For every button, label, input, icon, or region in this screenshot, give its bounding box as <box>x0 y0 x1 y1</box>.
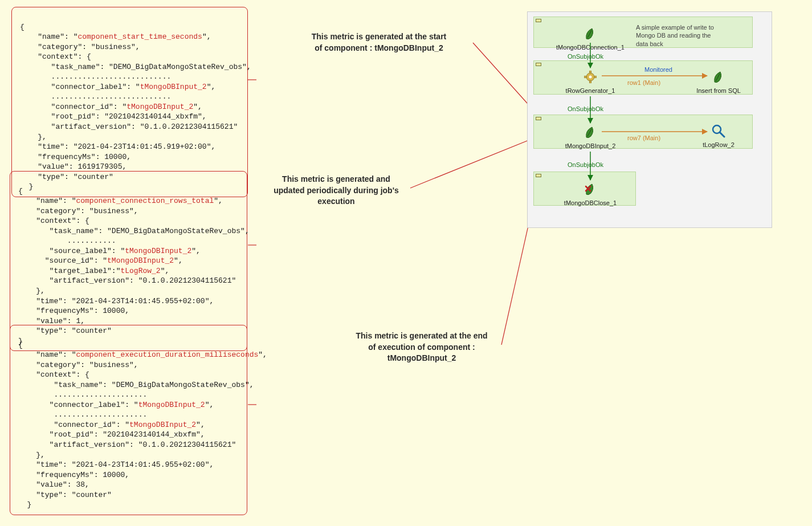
annotation-line: tMongoDBInput_2 <box>387 353 456 362</box>
json-text: "time": "2021-04-23T14:01:45.955+02:00", <box>36 297 214 305</box>
note-line: A simple example of write to <box>636 24 714 31</box>
json-text: "connector_id": " <box>36 421 129 429</box>
json-text: "time": "2021-04-23T14:01:45.919+02:00", <box>38 142 215 151</box>
json-text: ........................... <box>38 72 171 81</box>
job-note: A simple example of write to Mongo DB an… <box>636 23 738 48</box>
json-text: ", <box>205 401 214 409</box>
annotation-line: This metric is generated at the end <box>356 331 487 340</box>
json-text: "value": 1, <box>36 317 85 325</box>
component-mongodbconnection[interactable]: tMongoDBConnection_1 <box>556 25 625 51</box>
target-label-value: tLogRow_2 <box>120 267 160 275</box>
gear-icon <box>584 71 597 83</box>
collapse-handle-icon[interactable] <box>536 174 541 177</box>
json-text: "category": "business", <box>38 43 140 51</box>
json-text: ", <box>196 421 205 429</box>
note-line: Mongo DB and reading the <box>636 32 711 39</box>
json-text: "name": " <box>38 32 77 41</box>
component-label: tRowGenerator_1 <box>566 87 615 94</box>
json-text: ..................... <box>36 410 147 419</box>
annotation-line: of component : tMongoDBInput_2 <box>315 43 443 52</box>
json-text: "context": { <box>38 52 91 61</box>
collapse-handle-icon[interactable] <box>536 19 541 22</box>
json-text: ", <box>207 83 216 91</box>
onsubjobok-label: OnSubjobOk <box>568 105 603 112</box>
json-text: "name": " <box>36 197 76 205</box>
metric-box-rows-total: { "name": "component_connection_rows_tot… <box>10 171 247 351</box>
json-text: "category": "business", <box>36 207 138 215</box>
json-text: "value": 1619179305, <box>38 162 127 171</box>
component-mongodbinput[interactable]: tMongoDBInput_2 <box>556 123 625 149</box>
json-text: "task_name": "DEMO_BigDataMongoStateRev_… <box>36 227 249 235</box>
metric-box-start-time: { "name": "component_start_time_seconds"… <box>11 7 248 197</box>
job-canvas: A simple example of write to Mongo DB an… <box>527 11 772 228</box>
flow-monitored-label: Monitored <box>644 66 672 73</box>
annotation-line: This metric is generated at the start <box>312 32 447 41</box>
connector-label-value: tMongoDBInput_2 <box>140 83 207 91</box>
metric-name-value: component_connection_rows_total <box>76 197 214 205</box>
component-logrow[interactable]: tLogRow_2 <box>684 122 753 148</box>
json-text: ........................... <box>38 92 171 101</box>
magnifier-icon <box>711 124 726 138</box>
json-text: ", <box>202 32 211 41</box>
json-text: ", <box>258 350 267 359</box>
json-text: "task_name": "DEMO_BigDataMongoStateRev_… <box>38 63 251 71</box>
note-line: data back <box>636 40 663 47</box>
json-text: "source_id": " <box>36 256 107 265</box>
component-insert-from-sql[interactable]: Insert from SQL <box>684 68 753 94</box>
component-label: tMongoDBInput_2 <box>565 142 616 149</box>
onsubjobok-label: OnSubjobOk <box>568 53 603 60</box>
annotation-line: updated periodically during job's <box>274 186 399 195</box>
json-text: ", <box>193 103 202 111</box>
annotation-line: This metric is generated and <box>282 174 390 184</box>
connector-id-value: tMongoDBInput_2 <box>129 421 196 429</box>
metric-name-value: component_execution_duration_millisecond… <box>76 350 258 359</box>
json-text: ", <box>191 247 201 255</box>
brace: { <box>18 341 23 349</box>
json-text: "context": { <box>36 217 89 225</box>
json-text: "time": "2021-04-23T14:01:45.955+02:00", <box>36 460 214 469</box>
json-text: }, <box>36 287 45 295</box>
annotation-periodic: This metric is generated and updated per… <box>259 174 413 207</box>
source-label-value: tMongoDBInput_2 <box>125 247 191 255</box>
component-mongodbclose[interactable]: tMongoDBClose_1 <box>556 180 625 206</box>
connector-label-value: tMongoDBInput_2 <box>138 401 205 409</box>
component-label: tMongoDBConnection_1 <box>556 44 625 51</box>
collapse-handle-icon[interactable] <box>536 63 541 66</box>
collapse-handle-icon[interactable] <box>536 117 541 120</box>
component-label: Insert from SQL <box>696 87 741 94</box>
brace: } <box>27 500 32 509</box>
json-text: ", <box>161 267 170 275</box>
source-id-value: tMongoDBInput_2 <box>107 256 174 265</box>
annotation-line: execution <box>317 197 354 206</box>
annotation-start: This metric is generated at the start of… <box>285 31 473 54</box>
leaf-icon <box>584 27 597 40</box>
flow-row7-label: row7 (Main) <box>627 134 660 141</box>
json-text: "frequencyMs": 10000, <box>36 307 129 315</box>
component-label: tMongoDBClose_1 <box>564 199 617 206</box>
flow-row1-label: row1 (Main) <box>627 79 660 86</box>
json-text: }, <box>38 133 47 141</box>
metric-box-duration: { "name": "component_execution_duration_… <box>10 325 247 515</box>
json-text: "connector_label": " <box>36 401 138 409</box>
leaf-icon <box>584 126 597 138</box>
annotation-end: This metric is generated at the end of e… <box>336 331 507 364</box>
json-text: "category": "business", <box>36 361 138 369</box>
json-text: "artifact_version": "0.1.0.2021230411562… <box>36 276 236 285</box>
annotation-line: of execution of component : <box>368 342 475 352</box>
json-text: ", <box>174 256 183 265</box>
json-text: "type": "counter" <box>36 491 112 499</box>
json-text: "context": { <box>36 370 89 379</box>
brace: { <box>20 23 25 31</box>
json-text: "root_pid": "20210423140144_xbxfm", <box>38 112 206 121</box>
json-text: "root_pid": "20210423140144_xbxfm", <box>36 430 205 439</box>
json-text: "frequencyMs": 10000, <box>38 153 131 161</box>
connector-id-value: tMongoDBInput_2 <box>127 103 193 111</box>
json-text: "target_label":" <box>36 267 120 275</box>
json-text: ........... <box>36 237 116 245</box>
svg-line-11 <box>410 134 544 188</box>
component-rowgenerator[interactable]: tRowGenerator_1 <box>556 68 625 94</box>
onsubjobok-label: OnSubjobOk <box>568 161 603 168</box>
json-text: ..................... <box>36 390 147 399</box>
json-text: "frequencyMs": 10000, <box>36 471 129 479</box>
json-text: }, <box>36 451 45 459</box>
